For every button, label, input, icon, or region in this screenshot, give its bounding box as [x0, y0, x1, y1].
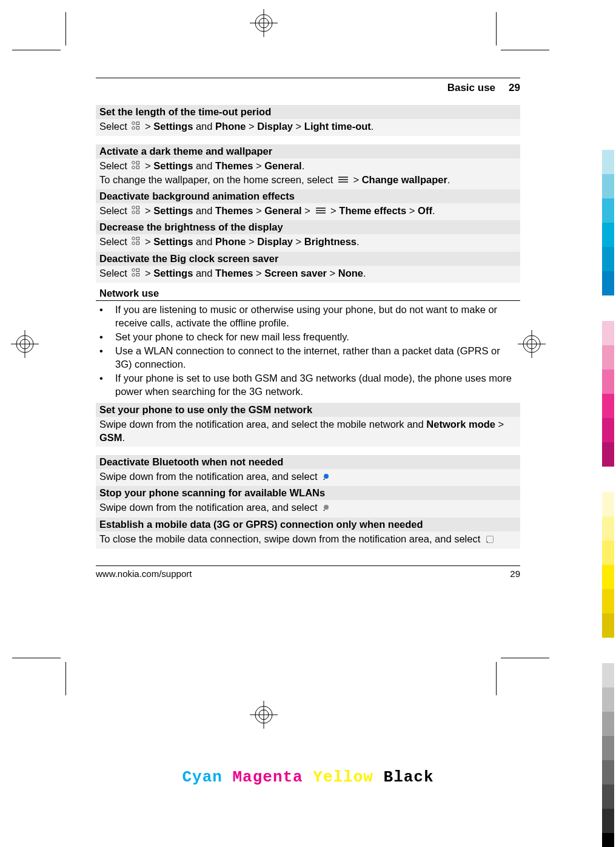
bullet-dot: • — [99, 331, 115, 343]
instruction-body: Select > Settings and Phone > Display > … — [96, 234, 520, 251]
page-footer: www.nokia.com/support 29 — [96, 565, 520, 579]
instruction-body: Select > Settings and Phone > Display > … — [96, 119, 520, 136]
instruction-block: Establish a mobile data (3G or GPRS) con… — [96, 518, 520, 531]
svg-point-28 — [132, 211, 135, 214]
color-swatch — [602, 565, 614, 589]
bullet-list: •If you are listening to music or otherw… — [96, 301, 520, 403]
svg-rect-19 — [136, 126, 139, 129]
block-title: Activate a dark theme and wallpaper — [99, 146, 517, 157]
color-swatch — [602, 589, 614, 613]
color-swatch — [602, 394, 614, 418]
svg-rect-30 — [136, 211, 139, 214]
svg-point-39 — [132, 273, 135, 276]
color-swatch — [602, 418, 614, 442]
color-swatch — [602, 712, 614, 736]
color-swatch — [602, 736, 614, 760]
svg-point-34 — [132, 237, 135, 240]
color-swatch — [602, 345, 614, 370]
color-swatch — [602, 785, 614, 809]
registration-mark-icon — [250, 701, 278, 729]
svg-point-27 — [132, 206, 135, 209]
svg-rect-18 — [136, 122, 139, 125]
color-swatch — [602, 442, 614, 467]
bullet-text: If your phone is set to use both GSM and… — [115, 372, 517, 398]
color-bars — [602, 150, 614, 847]
crop-mark — [65, 12, 66, 46]
instruction-body: Select > Settings and Themes > Screen sa… — [96, 266, 520, 283]
svg-rect-23 — [136, 166, 139, 169]
block-title: Set the length of the time-out period — [99, 106, 517, 118]
svg-rect-37 — [136, 242, 139, 245]
svg-rect-29 — [136, 206, 139, 209]
page-number-top: 29 — [509, 82, 520, 94]
crop-mark — [12, 50, 61, 50]
crop-mark — [496, 12, 497, 46]
bullet-dot: • — [99, 303, 115, 329]
block-title: Deactivate Bluetooth when not needed — [99, 456, 517, 468]
instruction-block: Deactivate Bluetooth when not needed — [96, 455, 520, 469]
color-swatch — [602, 613, 614, 638]
instruction-block: Set your phone to use only the GSM netwo… — [96, 403, 520, 417]
color-swatch — [602, 663, 614, 687]
bullet-dot: • — [99, 345, 115, 371]
bullet-item: •If your phone is set to use both GSM an… — [99, 372, 517, 398]
color-swatch — [602, 370, 614, 394]
header-rule — [96, 78, 520, 78]
instruction-body: To close the mobile data connection, swi… — [96, 531, 520, 548]
color-swatch — [602, 809, 614, 833]
color-swatch — [602, 492, 614, 516]
options-icon — [337, 175, 349, 186]
svg-point-16 — [132, 122, 135, 125]
color-swatch — [602, 198, 614, 223]
block-title: Stop your phone scanning for available W… — [99, 487, 517, 499]
menu-icon — [131, 268, 141, 279]
instruction-block: Activate a dark theme and wallpaper — [96, 144, 520, 158]
block-title: Set your phone to use only the GSM netwo… — [99, 404, 517, 416]
bullet-text: Use a WLAN connection to connect to the … — [115, 345, 517, 371]
svg-rect-40 — [136, 269, 139, 272]
instruction-body: Swipe down from the notification area, a… — [96, 469, 520, 486]
section-title: Basic use — [447, 82, 495, 94]
bullet-text: If you are listening to music or otherwi… — [115, 303, 517, 329]
color-swatch — [602, 150, 614, 174]
menu-icon — [131, 121, 141, 132]
instruction-block: Stop your phone scanning for available W… — [96, 486, 520, 500]
instruction-block: Deactivate the Big clock screen saver — [96, 252, 520, 266]
crop-mark — [12, 658, 61, 658]
options-icon — [315, 206, 327, 217]
color-swatch — [602, 833, 614, 847]
registration-mark-icon — [11, 330, 39, 358]
block-title: Deactivate the Big clock screen saver — [99, 253, 517, 265]
color-swatch — [602, 687, 614, 712]
instruction-body: Swipe down from the notification area, a… — [96, 500, 520, 517]
color-swatch — [602, 174, 614, 198]
instruction-body: Select > Settings and Themes > General. … — [96, 158, 520, 189]
instruction-block: Decrease the brightness of the display — [96, 220, 520, 234]
crop-mark — [501, 50, 549, 50]
bullet-item: •Set your phone to check for new mail le… — [99, 331, 517, 343]
page-content: Basic use 29 Set the length of the time-… — [96, 78, 520, 579]
block-title: Deactivate background animation effects — [99, 191, 517, 202]
svg-point-38 — [132, 268, 135, 271]
bullet-dot: • — [99, 372, 115, 398]
svg-rect-36 — [136, 237, 139, 240]
menu-icon — [131, 237, 141, 248]
color-swatch — [602, 321, 614, 345]
menu-icon — [131, 161, 141, 172]
color-swatch — [602, 541, 614, 565]
color-swatch — [602, 223, 614, 247]
instruction-block: Set the length of the time-out period — [96, 105, 520, 119]
block-title: Establish a mobile data (3G or GPRS) con… — [99, 519, 517, 530]
bullet-item: •Use a WLAN connection to connect to the… — [99, 345, 517, 371]
color-swatch — [602, 271, 614, 295]
page-header: Basic use 29 — [96, 82, 520, 94]
registration-mark-icon — [518, 330, 546, 358]
bullet-text: Set your phone to check for new mail les… — [115, 331, 517, 343]
bullet-item: •If you are listening to music or otherw… — [99, 303, 517, 329]
crop-mark — [496, 662, 497, 695]
menu-icon — [131, 206, 141, 217]
svg-point-20 — [132, 161, 135, 164]
svg-point-17 — [132, 127, 135, 130]
cmyk-label: Cyan Magenta Yellow Black — [0, 768, 616, 786]
svg-point-21 — [132, 166, 135, 169]
